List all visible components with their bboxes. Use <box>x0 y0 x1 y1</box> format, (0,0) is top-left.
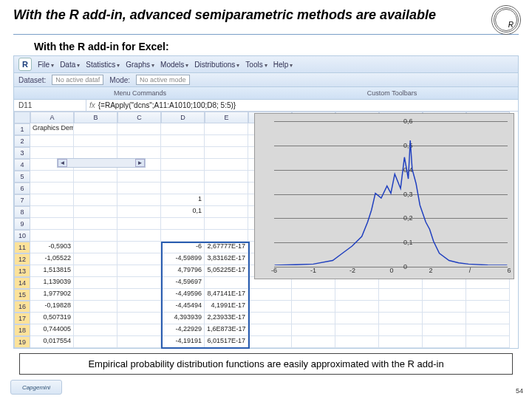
cell[interactable] <box>205 183 248 194</box>
cell[interactable] <box>205 123 248 135</box>
row-header[interactable]: 19 <box>14 336 30 348</box>
cell[interactable] <box>161 218 205 230</box>
cell[interactable]: 1,513815 <box>30 265 74 277</box>
row-header[interactable]: 13 <box>14 265 30 277</box>
h-scrollbar[interactable]: ◄ ► <box>57 158 146 168</box>
cell[interactable] <box>74 242 117 253</box>
cell[interactable] <box>161 159 205 171</box>
cell[interactable]: -4,59697 <box>161 277 205 289</box>
r-icon[interactable]: R <box>18 58 32 71</box>
row-header[interactable]: 1 <box>14 123 30 135</box>
row-header[interactable]: 18 <box>14 324 30 336</box>
menu-help[interactable]: Help <box>273 61 293 69</box>
cell[interactable] <box>379 336 423 348</box>
cell[interactable] <box>205 277 248 289</box>
cell[interactable] <box>335 301 379 313</box>
cell[interactable] <box>335 336 379 348</box>
cell[interactable] <box>205 171 248 183</box>
cell[interactable] <box>74 324 117 336</box>
cell[interactable]: 1,6E873E-17 <box>205 324 248 336</box>
cell[interactable]: 0,017554 <box>30 336 74 348</box>
cell[interactable] <box>292 313 335 324</box>
cell[interactable] <box>117 277 161 289</box>
cell[interactable] <box>423 301 466 313</box>
cell[interactable] <box>248 336 292 348</box>
cell[interactable] <box>466 313 510 324</box>
cell[interactable]: 5,05225E-17 <box>205 265 248 277</box>
cell[interactable] <box>74 147 117 159</box>
row-header[interactable]: 2 <box>14 135 30 147</box>
cell[interactable] <box>117 324 161 336</box>
cell[interactable] <box>205 135 248 147</box>
cell[interactable] <box>74 301 117 313</box>
cell[interactable]: -0,19828 <box>30 301 74 313</box>
cell[interactable] <box>74 206 117 218</box>
row-header[interactable]: 9 <box>14 218 30 230</box>
cell[interactable] <box>74 171 117 183</box>
col-header[interactable]: B <box>74 112 117 123</box>
cell[interactable] <box>466 289 510 301</box>
cell[interactable] <box>30 218 74 230</box>
cell[interactable]: 6,01517E-17 <box>205 336 248 348</box>
cell[interactable] <box>74 135 117 147</box>
cell[interactable]: -1,05522 <box>30 253 74 265</box>
cell[interactable] <box>30 135 74 147</box>
row-header[interactable]: 10 <box>14 230 30 242</box>
cell[interactable]: 1,977902 <box>30 289 74 301</box>
cell[interactable] <box>74 253 117 265</box>
cell[interactable] <box>74 277 117 289</box>
cell[interactable] <box>335 289 379 301</box>
cell[interactable] <box>74 265 117 277</box>
cell[interactable] <box>379 313 423 324</box>
cell[interactable] <box>117 313 161 324</box>
cell[interactable] <box>248 324 292 336</box>
cell[interactable] <box>117 253 161 265</box>
menu-data[interactable]: Data <box>60 61 80 69</box>
cell[interactable] <box>248 313 292 324</box>
cell[interactable] <box>379 289 423 301</box>
cell[interactable]: 2,67777E-17 <box>205 242 248 253</box>
cell[interactable] <box>205 218 248 230</box>
menu-statistics[interactable]: Statistics <box>86 61 120 69</box>
cell[interactable] <box>117 289 161 301</box>
cell[interactable] <box>205 194 248 206</box>
mode-value[interactable]: No active mode <box>136 75 190 85</box>
cell[interactable] <box>117 194 161 206</box>
scroll-left-icon[interactable]: ◄ <box>58 159 67 167</box>
menu-distributions[interactable]: Distributions <box>194 61 239 69</box>
fx-icon[interactable]: fx <box>89 101 95 109</box>
density-chart[interactable]: 00,10,20,30,40,50,6-6-1-202/6 <box>254 113 514 279</box>
cell[interactable] <box>292 324 335 336</box>
cell[interactable]: 8,47141E-17 <box>205 289 248 301</box>
cell[interactable]: -4,22929 <box>161 324 205 336</box>
cell[interactable] <box>117 301 161 313</box>
cell[interactable] <box>205 230 248 242</box>
cell[interactable] <box>74 230 117 242</box>
cell[interactable] <box>74 194 117 206</box>
cell[interactable] <box>292 336 335 348</box>
row-header[interactable]: 14 <box>14 277 30 289</box>
cell[interactable] <box>248 289 292 301</box>
cell[interactable] <box>423 324 466 336</box>
cell[interactable] <box>117 218 161 230</box>
cell[interactable]: 2,23933E-17 <box>205 313 248 324</box>
cell[interactable] <box>117 183 161 194</box>
cell[interactable] <box>117 230 161 242</box>
cell[interactable] <box>30 183 74 194</box>
row-header[interactable]: 8 <box>14 206 30 218</box>
spreadsheet-grid[interactable]: ABCDEFGHIJK 1Graphics Demo for Rexcemple… <box>14 112 518 348</box>
menu-file[interactable]: File <box>38 61 54 69</box>
cell[interactable] <box>74 313 117 324</box>
menu-graphs[interactable]: Graphs <box>126 61 154 69</box>
cell[interactable] <box>423 313 466 324</box>
cell[interactable] <box>117 336 161 348</box>
row-header[interactable]: 11 <box>14 242 30 253</box>
cell[interactable] <box>248 301 292 313</box>
cell[interactable] <box>117 123 161 135</box>
cell[interactable]: 0,1 <box>161 206 205 218</box>
cell[interactable]: -0,5903 <box>30 242 74 253</box>
cell[interactable] <box>117 242 161 253</box>
cell[interactable]: -4,59899 <box>161 253 205 265</box>
col-header[interactable]: E <box>205 112 248 123</box>
cell[interactable] <box>161 171 205 183</box>
